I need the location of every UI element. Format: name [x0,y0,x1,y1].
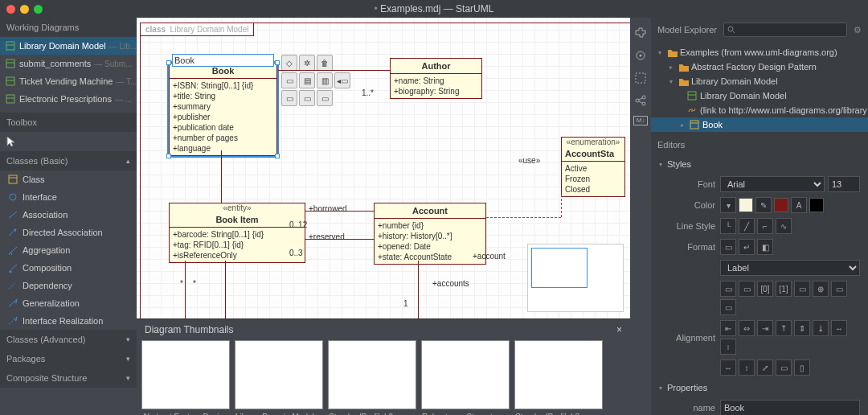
tree-item[interactable]: ▾Examples (from www.uml-diagrams.org) [651,45,868,60]
assoc-vert-1[interactable] [185,261,186,318]
toolbox-section-classes-advanced[interactable]: Classes (Advanced)▾ [0,330,137,349]
working-diagram-item[interactable]: Library Domain Model — Lib... [0,37,137,55]
close-thumbnails-button[interactable]: × [616,324,622,335]
diagram-canvas[interactable]: class Library Domain Model Book +ISBN: S… [137,18,630,318]
align-button[interactable]: ⇤ [720,320,736,336]
tree-item[interactable]: ▾Library Domain Model [651,74,868,88]
align-button[interactable]: ⤒ [776,320,792,336]
align-button[interactable]: ⤓ [813,320,829,336]
autosize-button[interactable]: ▭ [720,239,736,255]
pointer-tool[interactable] [0,132,137,151]
toolbox-section-classes-basic[interactable]: Classes (Basic)▴ [0,151,137,171]
toolbox-dependency[interactable]: Dependency [0,277,137,294]
toolbox-aggregation[interactable]: Aggregation [0,241,137,259]
target-icon[interactable] [633,48,648,63]
thumbnail[interactable]: Library Domain Model [235,340,323,409]
resize-handle[interactable] [275,60,280,65]
gen-bookitem-book[interactable] [221,150,222,203]
minimize-window-button[interactable] [20,5,29,14]
thumbnail[interactable]: StandardProfileL3 [514,340,603,409]
dep-vert[interactable] [561,195,562,217]
stereotype-display-select[interactable]: Label [720,260,860,276]
uml-class-book[interactable]: Book +ISBN: String[0..1] {id} +title: St… [169,63,277,156]
explorer-search[interactable] [723,23,847,37]
format-opt-button[interactable]: ⊕ [813,281,829,297]
uml-class-author[interactable]: Author +name: String +biography: String [390,58,482,99]
toolbox-association[interactable]: Association [0,206,137,224]
font-size-input[interactable] [828,176,860,192]
uml-class-account[interactable]: Account +number {id} +history: History[0… [374,203,486,265]
working-diagram-item[interactable]: Electronic Prescriptions — ... [0,90,137,108]
tool-button[interactable]: ▭ [281,90,297,106]
name-edit-input[interactable] [172,54,274,67]
tree-item[interactable]: Library Domain Model [651,88,868,103]
toolbox-interface[interactable]: Interface [0,188,137,206]
resize-handle[interactable] [275,154,280,158]
format-opt-button[interactable]: ▭ [794,281,810,297]
prop-name-input[interactable] [720,400,860,415]
minimap-viewport[interactable] [531,248,588,288]
add-recv-button[interactable]: ▥ [317,72,333,88]
size-button[interactable]: ▭ [776,360,792,376]
toolbox-generalization[interactable]: Generalization [0,294,137,312]
add-sub-button[interactable]: ◂▭ [334,72,350,88]
size-button[interactable]: ↔ [720,360,736,376]
dep-account-state[interactable] [486,217,561,218]
add-op-button[interactable]: ▤ [299,72,315,88]
gear-icon[interactable]: ⚙ [854,25,862,35]
extension-icon[interactable] [633,26,648,40]
toolbox-interface-realization[interactable]: Interface Realization [0,312,137,330]
toolbox-composition[interactable]: Composition [0,259,137,277]
assoc-vert-2[interactable] [225,261,226,318]
markdown-icon[interactable]: M↓ [633,116,648,125]
format-opt-button[interactable]: ▭ [720,281,736,297]
assoc-vert-3[interactable] [418,261,419,318]
chevron-right-icon[interactable]: ▸ [667,64,675,71]
properties-section[interactable]: Properties [651,378,868,397]
thumbnail[interactable]: Abstract Factory Design [141,340,230,409]
wordwrap-button[interactable]: ↵ [739,239,755,255]
minimap[interactable] [527,244,624,312]
color-swatch[interactable] [739,198,753,212]
format-opt-button[interactable]: ▭ [720,299,736,315]
fill-color-icon[interactable]: ▾ [720,197,736,213]
line-color-icon[interactable]: ✎ [755,197,772,213]
toolbox-directed-association[interactable]: Directed Association [0,224,137,241]
resize-handle[interactable] [166,154,171,158]
share-icon[interactable] [633,93,648,108]
assoc-book-author[interactable] [278,70,390,71]
chevron-down-icon[interactable]: ▾ [667,78,675,85]
settings-button[interactable]: ✲ [299,55,315,71]
format-opt-button[interactable]: ▭ [739,281,755,297]
size-button[interactable]: ⤢ [757,360,773,376]
tree-item[interactable]: ▸Book [651,117,868,132]
align-button[interactable]: ⇔ [739,320,755,336]
close-window-button[interactable] [6,5,15,14]
align-button[interactable]: ⇕ [794,320,810,336]
uml-enum-accountstate[interactable]: «enumeration» AccountSta Active Frozen C… [561,137,625,197]
toolbox-section-composite[interactable]: Composite Structure▾ [0,368,137,388]
show-shadow-button[interactable]: ◧ [757,239,773,255]
align-button[interactable]: ⇥ [757,320,773,336]
linestyle-rounded-button[interactable]: ⌐ [757,218,773,234]
working-diagram-item[interactable]: Ticket Vending Machine — T... [0,72,137,90]
size-button[interactable]: ↕ [739,360,755,376]
linestyle-rect-button[interactable]: └ [720,218,736,234]
toolbox-section-packages[interactable]: Packages▾ [0,349,137,368]
select-all-icon[interactable] [633,71,648,85]
linestyle-curve-button[interactable]: ∿ [776,218,792,234]
format-opt-button[interactable]: ▭ [831,281,847,297]
color-swatch[interactable] [774,198,788,212]
thumbnail[interactable]: StandardProfileL2 [328,340,416,409]
format-opt-button[interactable]: [1] [776,281,792,297]
font-color-icon[interactable]: A [791,197,807,213]
maximize-window-button[interactable] [34,5,43,14]
size-button[interactable]: ▯ [794,360,810,376]
working-diagram-item[interactable]: submit_comments — Subm... [0,55,137,72]
color-swatch[interactable] [809,198,824,212]
thumbnail[interactable]: Robustness Stereotyp [421,340,510,409]
uml-class-bookitem[interactable]: «entity» Book Item +barcode: String[0..1… [169,203,305,263]
visibility-button[interactable]: ◇ [281,55,297,71]
styles-section[interactable]: Styles [651,154,868,174]
chevron-right-icon[interactable]: ▸ [678,121,686,129]
